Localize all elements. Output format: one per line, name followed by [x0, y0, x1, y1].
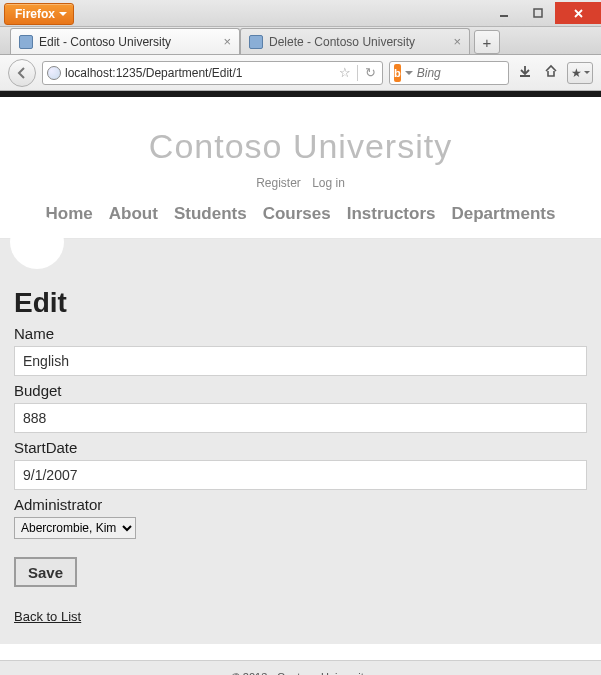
tab-title: Delete - Contoso University	[269, 35, 445, 49]
name-label: Name	[14, 325, 587, 342]
window-controls	[487, 2, 601, 24]
url-input[interactable]	[65, 66, 333, 80]
auth-links: Register Log in	[10, 176, 591, 190]
back-to-list-link[interactable]: Back to List	[14, 609, 81, 624]
tab-close-button[interactable]: ×	[451, 34, 463, 49]
tab-title: Edit - Contoso University	[39, 35, 215, 49]
search-engine-dropdown-icon[interactable]	[405, 71, 413, 79]
nav-students[interactable]: Students	[174, 204, 247, 224]
close-icon	[573, 8, 584, 19]
nav-courses[interactable]: Courses	[263, 204, 331, 224]
minimize-button[interactable]	[487, 2, 521, 24]
back-button[interactable]	[8, 59, 36, 87]
register-link[interactable]: Register	[256, 176, 301, 190]
bookmark-star-icon[interactable]: ☆	[337, 65, 353, 80]
firefox-menu-label: Firefox	[15, 7, 55, 21]
login-link[interactable]: Log in	[312, 176, 345, 190]
maximize-icon	[533, 8, 543, 18]
page-viewport: Contoso University Register Log in Home …	[0, 91, 601, 675]
page-body: Edit Name Budget StartDate Administrator…	[0, 239, 601, 644]
search-engine-icon[interactable]: b	[394, 64, 401, 82]
administrator-select[interactable]: Abercrombie, Kim	[14, 517, 136, 539]
main-nav: Home About Students Courses Instructors …	[10, 204, 591, 224]
search-bar[interactable]: b 🔍	[389, 61, 509, 85]
browser-titlebar: Firefox	[0, 0, 601, 27]
reload-button[interactable]	[362, 65, 378, 80]
new-tab-button[interactable]: +	[474, 30, 500, 54]
nav-about[interactable]: About	[109, 204, 158, 224]
download-icon	[518, 64, 532, 78]
close-window-button[interactable]	[555, 2, 601, 24]
startdate-label: StartDate	[14, 439, 587, 456]
svg-rect-1	[534, 9, 542, 17]
startdate-input[interactable]	[14, 460, 587, 490]
page-footer: © 2013 - Contoso University	[0, 660, 601, 675]
minimize-icon	[499, 8, 509, 18]
administrator-label: Administrator	[14, 496, 587, 513]
home-icon	[544, 64, 558, 78]
tab-inactive[interactable]: Delete - Contoso University ×	[240, 28, 470, 54]
browser-window: Firefox Edit - Contoso University × Dele…	[0, 0, 601, 675]
footer-text: © 2013 - Contoso University	[232, 671, 370, 675]
budget-label: Budget	[14, 382, 587, 399]
tab-close-button[interactable]: ×	[221, 34, 233, 49]
bookmarks-menu-button[interactable]: ★	[567, 62, 593, 84]
spacer	[0, 644, 601, 660]
nav-departments[interactable]: Departments	[451, 204, 555, 224]
nav-instructors[interactable]: Instructors	[347, 204, 436, 224]
budget-input[interactable]	[14, 403, 587, 433]
svg-rect-0	[500, 15, 508, 17]
save-button[interactable]: Save	[14, 557, 77, 587]
home-button[interactable]	[541, 64, 561, 81]
address-bar[interactable]: ☆	[42, 61, 383, 85]
firefox-menu-button[interactable]: Firefox	[4, 3, 74, 25]
tab-strip: Edit - Contoso University × Delete - Con…	[0, 27, 601, 55]
site-title: Contoso University	[10, 127, 591, 166]
back-arrow-icon	[15, 66, 29, 80]
site-identity-icon[interactable]	[47, 66, 61, 80]
name-input[interactable]	[14, 346, 587, 376]
navigation-toolbar: ☆ b 🔍 ★	[0, 55, 601, 91]
divider	[357, 65, 358, 81]
site-header: Contoso University Register Log in Home …	[0, 97, 601, 239]
maximize-button[interactable]	[521, 2, 555, 24]
page-heading: Edit	[14, 287, 587, 319]
avatar-placeholder	[10, 215, 64, 269]
favicon-icon	[249, 35, 263, 49]
favicon-icon	[19, 35, 33, 49]
downloads-button[interactable]	[515, 64, 535, 81]
tab-active[interactable]: Edit - Contoso University ×	[10, 28, 240, 54]
